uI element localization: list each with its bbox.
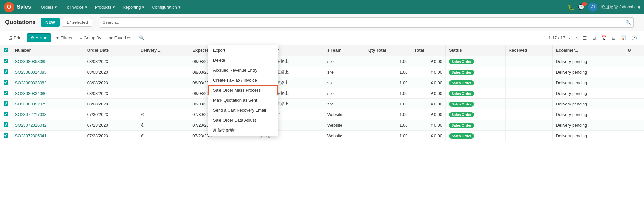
row-number[interactable]: SO23080814083 — [12, 67, 84, 77]
row-checkbox[interactable] — [4, 101, 8, 106]
favorites-button[interactable]: ★ Favorites — [106, 34, 135, 42]
row-checkbox-cell[interactable] — [0, 88, 12, 99]
action-button[interactable]: ⚙ Action — [27, 33, 51, 42]
row-checkbox[interactable] — [4, 59, 8, 63]
calendar-view-button[interactable]: 📅 — [599, 34, 609, 42]
row-checkbox-cell[interactable] — [0, 109, 12, 120]
row-number[interactable]: SO23080858085 — [12, 56, 84, 67]
nav-configuration[interactable]: Configuration ▾ — [149, 3, 183, 12]
row-extra — [624, 56, 644, 67]
row-checkbox[interactable] — [4, 69, 8, 74]
row-number[interactable]: SO23080823082 — [12, 77, 84, 88]
print-button[interactable]: 🖨 Print — [5, 34, 26, 42]
selected-count-button[interactable]: 17 selected — [62, 18, 92, 27]
table-row: SO23072217038 07/30/2023 ⏱ 07/30/2023 iv… — [0, 109, 644, 120]
nav-reporting[interactable]: Reporting ▾ — [119, 3, 147, 12]
list-view-button[interactable]: ☰ — [581, 34, 589, 42]
pivot-view-button[interactable]: ⊟ — [610, 34, 618, 42]
search-expand-button[interactable]: 🔍 — [136, 34, 147, 42]
select-all-checkbox[interactable] — [4, 48, 8, 52]
row-ecommerce: Delivery pending — [553, 99, 624, 109]
action-export[interactable]: Export — [208, 45, 278, 55]
row-order-date: 07/23/2023 — [84, 130, 137, 141]
col-delivery[interactable]: Delivery ... — [137, 45, 189, 56]
gear-icon: ⚙ — [31, 35, 34, 40]
row-team: site — [324, 88, 365, 99]
search-expand-icon: 🔍 — [139, 35, 144, 40]
row-checkbox[interactable] — [4, 122, 8, 127]
row-delivery — [137, 77, 189, 88]
row-qty-total: 1.00 — [365, 56, 411, 67]
row-checkbox[interactable] — [4, 112, 8, 116]
row-team: Website — [324, 109, 365, 120]
row-checkbox-cell[interactable] — [0, 56, 12, 67]
row-received — [505, 77, 553, 88]
graph-view-button[interactable]: 📊 — [619, 34, 628, 42]
col-number[interactable]: Number — [12, 45, 84, 56]
row-checkbox-cell[interactable] — [0, 77, 12, 88]
row-checkbox-cell[interactable] — [0, 99, 12, 109]
filters-button[interactable]: ▼ Filters — [52, 34, 75, 42]
action-sale-order-mass-process[interactable]: Sale Order Mass Process — [208, 85, 278, 95]
user-name[interactable]: 欧度超管 (odooai.cn) — [601, 4, 640, 10]
toolbar: 🖨 Print ⚙ Action ▼ Filters ≡ Group By ★ … — [0, 31, 644, 45]
debug-icon[interactable]: 🐛 — [568, 4, 574, 10]
chevron-down-icon: ▾ — [113, 5, 115, 10]
kanban-view-button[interactable]: ⊞ — [590, 34, 598, 42]
col-total[interactable]: Total — [411, 45, 445, 56]
action-create-fapiao[interactable]: Create FaPiao / Invoice — [208, 75, 278, 85]
row-number[interactable]: SO23072217038 — [12, 109, 84, 120]
row-order-date: 08/08/2023 — [84, 99, 137, 109]
action-send-cart-recovery[interactable]: Send a Cart Recovery Email — [208, 105, 278, 115]
row-qty-total: 1.00 — [365, 77, 411, 88]
row-received — [505, 88, 553, 99]
col-team[interactable]: s Team — [324, 45, 365, 56]
star-icon: ★ — [109, 35, 113, 40]
col-qty-total[interactable]: Qty Total — [365, 45, 411, 56]
action-refresh-delivery-address[interactable]: 刷新交货地址 — [208, 125, 278, 136]
row-checkbox-cell[interactable] — [0, 130, 12, 141]
new-button[interactable]: NEW — [41, 18, 60, 27]
clock-view-button[interactable]: 🕐 — [630, 34, 639, 42]
chevron-down-icon: ▾ — [178, 5, 181, 10]
row-checkbox-cell[interactable] — [0, 120, 12, 130]
row-checkbox[interactable] — [4, 133, 8, 138]
nav-to-invoice[interactable]: To Invoice ▾ — [61, 3, 90, 12]
row-total: ¥ 0.00 — [411, 67, 445, 77]
search-input[interactable] — [103, 20, 625, 25]
action-mark-quotation-sent[interactable]: Mark Quotation as Sent — [208, 95, 278, 105]
action-delete[interactable]: Delete — [208, 55, 278, 65]
row-status: Sales Order — [445, 56, 505, 67]
row-qty-total: 1.00 — [365, 67, 411, 77]
row-qty-total: 1.00 — [365, 130, 411, 141]
row-team: Website — [324, 120, 365, 130]
select-all-checkbox-header[interactable] — [0, 45, 12, 56]
chat-notification[interactable]: 💬 9 — [578, 4, 584, 10]
col-order-date[interactable]: Order Date — [84, 45, 137, 56]
search-icon[interactable]: 🔍 — [625, 20, 631, 25]
action-sale-order-data-adjust[interactable]: Sale Order Data Adjust — [208, 115, 278, 125]
col-status[interactable]: Status — [445, 45, 505, 56]
nav-products[interactable]: Products ▾ — [92, 3, 118, 12]
row-number[interactable]: SO23072316042 — [12, 120, 84, 130]
row-delivery — [137, 56, 189, 67]
next-page-button[interactable]: › — [574, 34, 580, 42]
col-settings[interactable]: ⚙ — [624, 45, 644, 56]
row-checkbox-cell[interactable] — [0, 67, 12, 77]
col-ecommerce[interactable]: Ecommer... — [553, 45, 624, 56]
row-checkbox[interactable] — [4, 80, 8, 85]
row-checkbox[interactable] — [4, 91, 8, 95]
app-logo[interactable]: O — [4, 2, 14, 12]
action-accrued-revenue[interactable]: Accrued Revenue Entry — [208, 65, 278, 75]
group-by-button[interactable]: ≡ Group By — [77, 34, 105, 42]
row-extra — [624, 130, 644, 141]
col-received[interactable]: Received — [505, 45, 553, 56]
prev-page-button[interactable]: ‹ — [567, 34, 573, 42]
row-number[interactable]: SO23072305041 — [12, 130, 84, 141]
nav-orders[interactable]: Orders ▾ — [37, 3, 60, 12]
row-number[interactable]: SO23080834080 — [12, 88, 84, 99]
row-status: Sales Order — [445, 120, 505, 130]
row-number[interactable]: SO23080852079 — [12, 99, 84, 109]
chevron-down-icon: ▾ — [85, 5, 87, 10]
row-received — [505, 99, 553, 109]
